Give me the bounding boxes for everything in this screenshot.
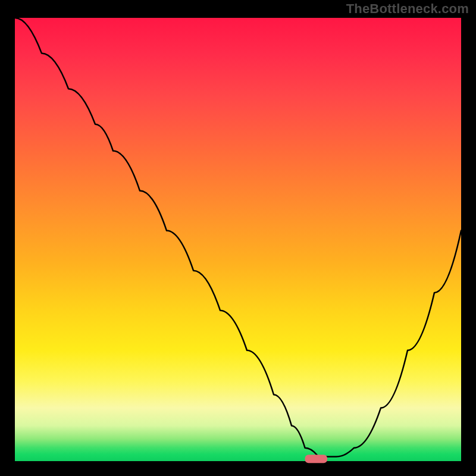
chart-frame: TheBottleneck.com (0, 0, 476, 476)
bottleneck-curve-path (15, 18, 461, 457)
watermark-text: TheBottleneck.com (346, 1, 469, 17)
optimum-marker (305, 455, 328, 463)
plot-area (15, 18, 461, 461)
curve-svg (15, 18, 461, 461)
